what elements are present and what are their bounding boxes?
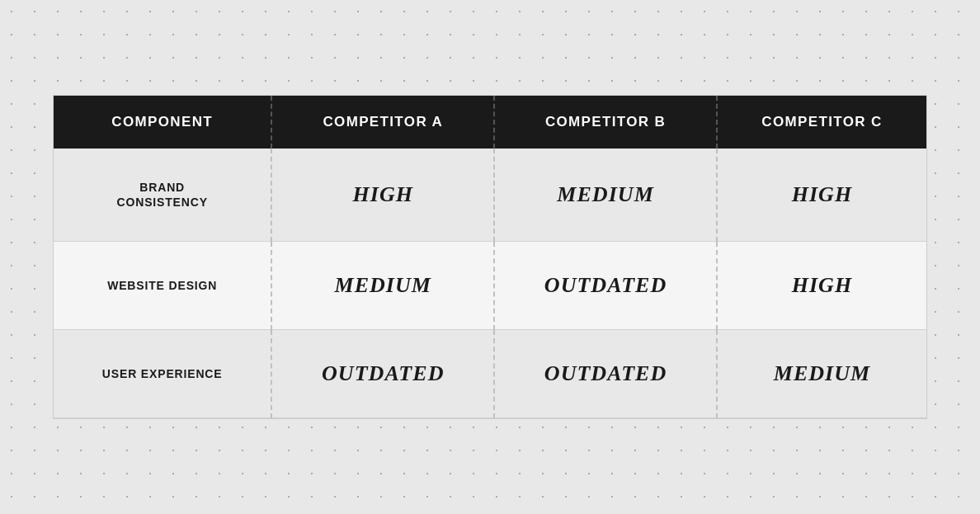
component-label: WEBSITE DESIGN <box>107 279 217 292</box>
competitor-a-cell: MEDIUM <box>271 242 494 330</box>
comparison-table-wrapper: COMPONENT COMPETITOR A COMPETITOR B COMP… <box>53 95 927 419</box>
table-row: WEBSITE DESIGN MEDIUM OUTDATED HIGH <box>54 242 926 330</box>
value-label: OUTDATED <box>322 361 444 385</box>
component-label: BRANDCONSISTENCY <box>117 181 208 209</box>
competitor-b-cell: OUTDATED <box>494 330 717 418</box>
header-competitor-a: COMPETITOR A <box>271 96 494 149</box>
component-label: USER EXPERIENCE <box>102 367 223 380</box>
competitor-b-cell: MEDIUM <box>494 149 717 242</box>
table-row: BRANDCONSISTENCY HIGH MEDIUM HIGH <box>54 149 926 242</box>
component-cell: USER EXPERIENCE <box>54 330 271 418</box>
table-row: USER EXPERIENCE OUTDATED OUTDATED MEDIUM <box>54 330 926 418</box>
component-cell: BRANDCONSISTENCY <box>54 149 271 242</box>
competitor-c-cell: HIGH <box>717 242 926 330</box>
header-competitor-c: COMPETITOR C <box>717 96 926 149</box>
value-label: MEDIUM <box>335 273 432 297</box>
competitor-c-cell: MEDIUM <box>717 330 926 418</box>
competitor-b-cell: OUTDATED <box>494 242 717 330</box>
value-label: OUTDATED <box>544 273 667 297</box>
value-label: MEDIUM <box>557 182 654 206</box>
value-label: HIGH <box>792 273 853 297</box>
competitor-a-cell: OUTDATED <box>271 330 494 418</box>
header-component: COMPONENT <box>54 96 271 149</box>
value-label: OUTDATED <box>544 361 667 385</box>
table-header-row: COMPONENT COMPETITOR A COMPETITOR B COMP… <box>54 96 926 149</box>
value-label: HIGH <box>353 182 414 206</box>
component-cell: WEBSITE DESIGN <box>54 242 271 330</box>
comparison-table: COMPONENT COMPETITOR A COMPETITOR B COMP… <box>54 96 926 418</box>
value-label: MEDIUM <box>774 361 871 385</box>
competitor-c-cell: HIGH <box>717 149 926 242</box>
header-competitor-b: COMPETITOR B <box>494 96 717 149</box>
competitor-a-cell: HIGH <box>271 149 494 242</box>
value-label: HIGH <box>792 182 853 206</box>
